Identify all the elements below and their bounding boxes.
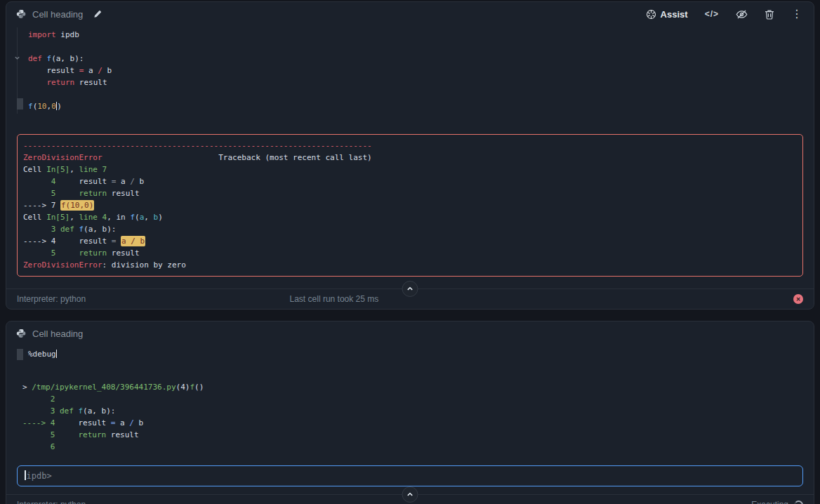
text-caret xyxy=(25,470,26,480)
cell-header: Cell heading Assist </> xyxy=(6,2,814,26)
code-line: ZeroDivisionError: division by zero xyxy=(23,259,797,271)
code-line xyxy=(28,88,814,100)
spinner-icon xyxy=(794,500,803,504)
code-line: 6 xyxy=(22,441,808,453)
debug-output: > /tmp/ipykernel_408/396441736.py(4)f() … xyxy=(6,381,814,453)
assist-button[interactable]: Assist xyxy=(646,9,688,20)
notebook-cell: Cell heading %debug > /tmp/ipykernel_408… xyxy=(6,321,814,504)
delete-cell-icon[interactable] xyxy=(765,9,774,20)
code-toggle-icon[interactable]: </> xyxy=(705,9,719,19)
current-line-marker xyxy=(17,349,23,360)
code-editor[interactable]: import ipdbdef f(a, b): result = a / b r… xyxy=(6,26,814,119)
ipdb-prompt-placeholder: ipdb> xyxy=(27,471,52,481)
code-line: ----> 4 result = a / b xyxy=(22,417,808,429)
interpreter-label: Interpreter: python xyxy=(17,294,86,304)
cell-heading-label[interactable]: Cell heading xyxy=(32,9,83,20)
code-line: ----------------------------------------… xyxy=(23,140,797,152)
text-caret xyxy=(56,350,58,358)
cell-footer: Interpreter: python Executing xyxy=(6,494,814,504)
code-line: 4 result = a / b xyxy=(23,175,797,187)
code-line: import ipdb xyxy=(28,29,814,41)
code-line: result = a / b xyxy=(28,65,814,77)
code-line: > /tmp/ipykernel_408/396441736.py(4)f() xyxy=(22,381,808,393)
code-line: Cell In[5], line 4, in f(a, b) xyxy=(23,211,797,223)
notebook-cell: Cell heading Assist </> xyxy=(6,1,814,310)
code-line: ZeroDivisionError Traceback (most recent… xyxy=(23,152,797,164)
code-line: 3 def f(a, b): xyxy=(23,223,797,235)
code-line: return result xyxy=(28,77,814,88)
collapse-output-button[interactable] xyxy=(402,281,418,297)
code-line: %debug xyxy=(28,348,814,360)
hide-output-icon[interactable] xyxy=(736,8,748,20)
code-line: 2 xyxy=(22,393,808,405)
code-editor[interactable]: %debug xyxy=(6,345,814,367)
assist-label: Assist xyxy=(661,9,688,20)
cell-footer: Interpreter: python Last cell run took 2… xyxy=(6,289,814,309)
ipdb-input[interactable]: ipdb> xyxy=(17,465,803,486)
code-line: f(10,0) xyxy=(28,100,814,112)
cell-toolbar: Assist </> ⋮ xyxy=(646,8,804,20)
more-options-icon[interactable]: ⋮ xyxy=(791,8,802,20)
code-line: def f(a, b): xyxy=(28,53,814,65)
cell-heading-label[interactable]: Cell heading xyxy=(32,329,83,339)
code-line: 5 return result xyxy=(23,247,797,259)
code-line: ----> 7 f(10,0) xyxy=(23,199,797,211)
error-status-icon[interactable]: ✕ xyxy=(793,294,803,304)
code-line: 5 return result xyxy=(23,187,797,199)
runtime-label: Last cell run took 25 ms xyxy=(290,294,379,304)
error-output: ----------------------------------------… xyxy=(17,134,803,277)
code-line: 3 def f(a, b): xyxy=(22,405,808,417)
collapse-output-button[interactable] xyxy=(402,486,418,503)
code-line: ----> 4 result = a / b xyxy=(23,235,797,247)
current-line-marker xyxy=(17,98,23,110)
code-line: Cell In[5], line 7 xyxy=(23,164,797,175)
python-icon xyxy=(16,9,26,19)
fold-chevron-icon[interactable] xyxy=(13,51,22,64)
python-icon xyxy=(16,329,26,338)
cell-header: Cell heading xyxy=(6,321,814,345)
code-line xyxy=(28,41,814,53)
code-line: 5 return result xyxy=(22,429,808,441)
edit-heading-icon[interactable] xyxy=(93,10,102,18)
executing-label: Executing xyxy=(751,500,788,504)
assist-icon xyxy=(646,9,656,20)
interpreter-label: Interpreter: python xyxy=(17,500,86,504)
